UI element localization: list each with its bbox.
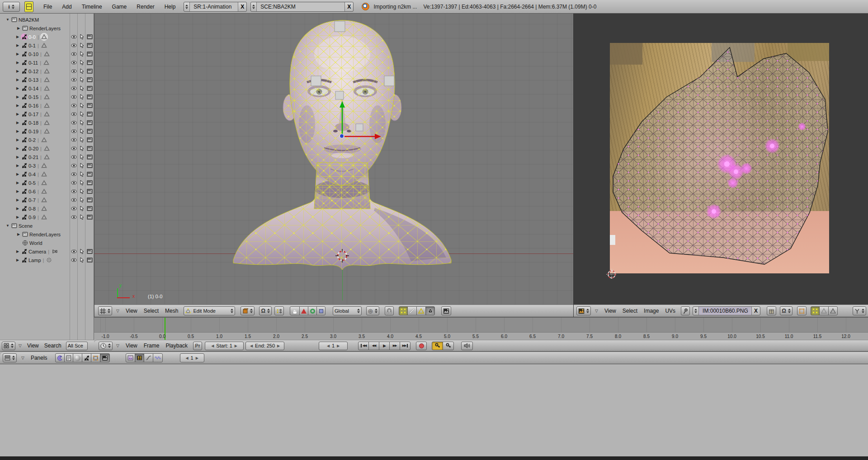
header-collapse-icon[interactable]: ▽: [116, 309, 119, 313]
renderability-icon[interactable]: [86, 179, 93, 186]
expand-arrow-icon[interactable]: [14, 207, 21, 211]
close-icon[interactable]: X: [238, 4, 246, 10]
selectability-cursor-icon[interactable]: [79, 257, 85, 263]
visibility-eye-icon[interactable]: [71, 102, 77, 109]
outliner-row[interactable]: Lamp |: [0, 256, 94, 264]
mesh-data-icon[interactable]: [43, 59, 50, 66]
shading-context-button[interactable]: [73, 353, 82, 362]
timeline-track[interactable]: -1.0-0.50.00.51.01.52.02.53.03.54.04.55.…: [94, 317, 868, 340]
selectability-cursor-icon[interactable]: [79, 179, 85, 186]
expand-arrow-icon[interactable]: [14, 181, 21, 185]
selectability-cursor-icon[interactable]: [79, 51, 85, 57]
scene-browse-icon[interactable]: [252, 5, 255, 9]
mesh-data-icon[interactable]: [41, 205, 47, 212]
visibility-eye-icon[interactable]: [71, 179, 77, 186]
outliner-item-label[interactable]: RenderLayers: [29, 26, 61, 31]
renderability-icon[interactable]: [86, 102, 93, 109]
outliner-row[interactable]: 0-14 |: [0, 84, 94, 93]
selectability-cursor-icon[interactable]: [79, 33, 85, 40]
selectability-cursor-icon[interactable]: [79, 119, 85, 126]
outliner-item-label[interactable]: 0-12: [28, 69, 38, 74]
outliner-row[interactable]: 0-16 |: [0, 101, 94, 110]
expand-arrow-icon[interactable]: [15, 232, 22, 236]
expand-arrow-icon[interactable]: [14, 129, 21, 133]
outliner-row[interactable]: NBA2KM |: [0, 15, 94, 24]
selectability-cursor-icon[interactable]: [79, 205, 85, 212]
expand-arrow-icon[interactable]: [14, 78, 21, 82]
expand-arrow-icon[interactable]: [14, 189, 21, 193]
renderability-icon[interactable]: [86, 42, 93, 49]
proportional-edit-dropdown[interactable]: Ω: [780, 306, 793, 315]
renderability-icon[interactable]: [86, 154, 93, 160]
renderability-icon[interactable]: [86, 128, 93, 135]
visibility-eye-icon[interactable]: [71, 154, 77, 160]
mesh-data-icon[interactable]: [43, 119, 50, 126]
mesh-data-icon[interactable]: [41, 42, 47, 49]
selectability-cursor-icon[interactable]: [79, 102, 85, 109]
editor-type-button[interactable]: [2, 342, 15, 350]
renderability-icon[interactable]: [86, 248, 93, 255]
orientation-dropdown[interactable]: Global: [333, 306, 362, 315]
outliner-row[interactable]: Camera |: [0, 247, 94, 256]
viewport-3d[interactable]: y x (1) 0-0: [94, 14, 574, 305]
outliner-row[interactable]: RenderLayers |: [0, 230, 94, 239]
outliner-tree[interactable]: NBA2KM |: [0, 14, 94, 340]
expand-arrow-icon[interactable]: [14, 172, 21, 176]
expand-arrow-icon[interactable]: [14, 61, 21, 65]
visibility-eye-icon[interactable]: [71, 248, 77, 255]
lamp-data-icon[interactable]: [46, 257, 52, 263]
mesh-data-icon[interactable]: [41, 214, 47, 221]
stepper-icon[interactable]: [862, 309, 864, 313]
outliner-row[interactable]: 0-10 |: [0, 50, 94, 58]
visibility-eye-icon[interactable]: [71, 111, 77, 117]
outliner-item-label[interactable]: 0-20: [28, 146, 38, 151]
menu-item[interactable]: Timeline: [82, 4, 102, 10]
sound-subcontext-button[interactable]: [153, 353, 163, 362]
jump-to-start-button[interactable]: ◀◀: [358, 342, 369, 350]
mesh-data-icon[interactable]: [43, 51, 50, 57]
buttons-frame-field[interactable]: 1: [180, 353, 204, 362]
preview-range-button[interactable]: Pr: [193, 342, 202, 350]
selectability-cursor-icon[interactable]: [79, 162, 85, 169]
vertex-select-button[interactable]: [399, 306, 408, 315]
mesh-data-icon[interactable]: [43, 94, 50, 100]
previous-keyframe-button[interactable]: ◀◀: [368, 342, 379, 350]
header-collapse-icon[interactable]: ▽: [116, 343, 119, 348]
current-frame-field[interactable]: 1: [319, 342, 348, 350]
window-layout-icon[interactable]: [24, 1, 33, 12]
renderability-icon[interactable]: [86, 119, 93, 126]
expand-arrow-icon[interactable]: [14, 121, 21, 125]
visibility-eye-icon[interactable]: [71, 33, 77, 40]
renderability-icon[interactable]: [86, 59, 93, 66]
renderability-icon[interactable]: [86, 162, 93, 169]
menu-item[interactable]: Search: [44, 343, 61, 349]
outliner-item-label[interactable]: 0-8: [28, 206, 36, 211]
selectability-cursor-icon[interactable]: [79, 111, 85, 117]
mesh-data-icon[interactable]: [41, 33, 47, 40]
visibility-eye-icon[interactable]: [71, 128, 77, 135]
outliner-item-label[interactable]: 0-10: [28, 52, 38, 57]
jump-to-end-button[interactable]: ▶▶: [400, 342, 410, 350]
outliner-item-label[interactable]: 0-4: [28, 172, 36, 177]
menu-item[interactable]: Select: [623, 308, 637, 314]
renderability-icon[interactable]: [86, 94, 93, 100]
outliner-row[interactable]: 0-20 |: [0, 144, 94, 153]
uv-vertex-select-button[interactable]: [811, 306, 820, 315]
outliner-row[interactable]: 0-11 |: [0, 58, 94, 67]
rotate-manipulator-button[interactable]: [308, 306, 317, 315]
visibility-eye-icon[interactable]: [71, 214, 77, 221]
outliner-row[interactable]: 0-4 |: [0, 170, 94, 178]
menu-item[interactable]: Image: [644, 308, 659, 314]
outliner-row[interactable]: 0-8 |: [0, 204, 94, 213]
mesh-data-icon[interactable]: [43, 154, 50, 160]
visibility-eye-icon[interactable]: [71, 42, 77, 49]
renderability-icon[interactable]: [86, 188, 93, 195]
mesh-data-icon[interactable]: [41, 188, 47, 195]
outliner-row[interactable]: 0-13 |: [0, 75, 94, 84]
visibility-eye-icon[interactable]: [71, 51, 77, 57]
stepper-icon[interactable]: [250, 309, 253, 313]
header-collapse-icon[interactable]: ▽: [21, 356, 24, 360]
stepper-icon[interactable]: [11, 343, 14, 348]
outliner-item-label[interactable]: 0-16: [28, 103, 38, 108]
renderability-icon[interactable]: [86, 171, 93, 178]
